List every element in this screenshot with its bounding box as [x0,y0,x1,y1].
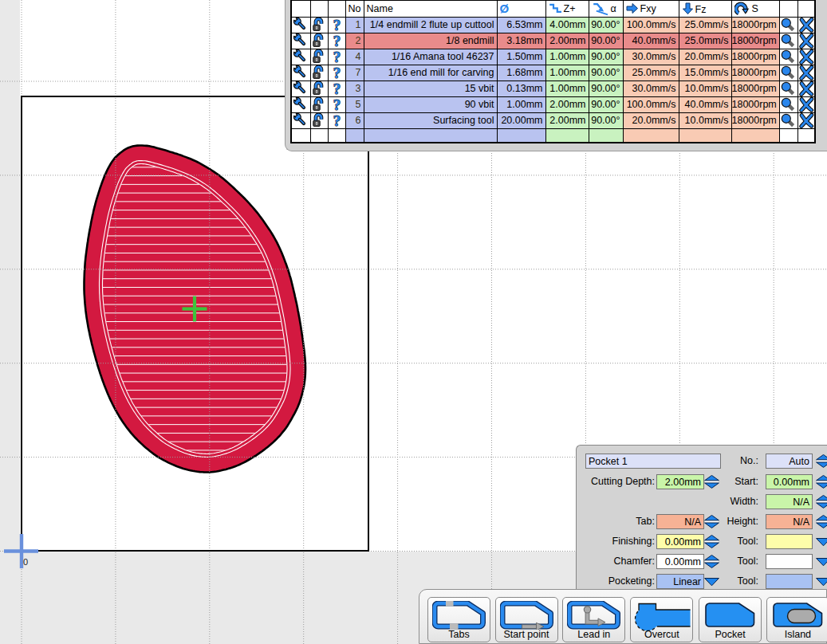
svg-text:?: ? [333,18,341,33]
svg-text:?: ? [333,97,341,112]
svg-text:?: ? [333,33,341,49]
svg-text:?: ? [333,49,341,65]
svg-text:?: ? [333,65,341,80]
svg-text:?: ? [333,81,341,96]
svg-text:?: ? [333,113,341,128]
